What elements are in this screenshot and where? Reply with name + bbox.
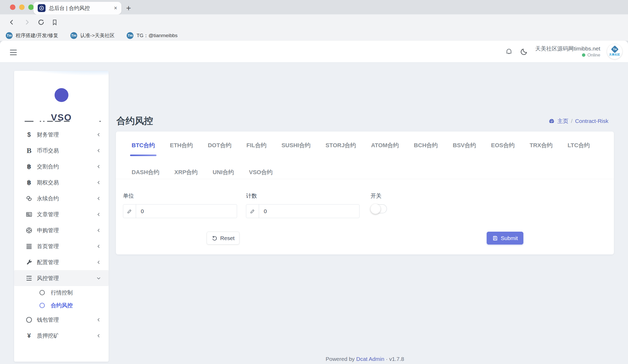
- newspaper-icon: [25, 211, 33, 218]
- reset-button[interactable]: Reset: [207, 232, 239, 244]
- avatar-caption: 天美社区: [609, 53, 620, 56]
- dark-mode-moon-icon[interactable]: [520, 47, 528, 56]
- circle-icon: [38, 303, 47, 308]
- sidebar-toggle-icon[interactable]: [10, 48, 17, 57]
- tab-close-icon[interactable]: ×: [114, 5, 117, 11]
- close-window-button[interactable]: [10, 4, 15, 10]
- sidebar-item-finance[interactable]: $ 财务管理: [14, 127, 109, 143]
- bitcoin-icon: ฿: [25, 163, 33, 170]
- tab-dash[interactable]: DASH合约: [132, 168, 159, 183]
- back-icon[interactable]: [8, 18, 16, 26]
- count-field: 计数: [246, 192, 360, 218]
- count-label: 计数: [246, 192, 360, 200]
- bookmark-item[interactable]: Tm 认准->天美社区: [70, 32, 115, 39]
- tab-fil[interactable]: FIL合约: [246, 141, 267, 156]
- sidebar-item-staking[interactable]: ¥ 质押挖矿: [14, 328, 109, 344]
- count-input[interactable]: [259, 204, 359, 218]
- submit-button[interactable]: Submit: [487, 232, 523, 244]
- admin-header: 天美社区源码网timibbs.net Online Tm 天美社区: [0, 41, 628, 62]
- sidebar-subitem-contract-risk[interactable]: 合约风控: [14, 299, 109, 312]
- sidebar-item-options-trade[interactable]: ฿ 期权交易: [14, 174, 109, 190]
- page-footer: Powered by Dcat Admin · v1.7.8: [116, 356, 614, 362]
- online-status-dot: [582, 53, 585, 57]
- online-status-label: Online: [587, 52, 600, 58]
- tab-title: 总后台 | 合约风控: [49, 5, 112, 12]
- unit-label: 单位: [123, 192, 237, 200]
- tab-btc[interactable]: BTC合约: [132, 141, 155, 156]
- dollar-icon: $: [25, 132, 33, 138]
- yen-icon: ¥: [25, 333, 33, 339]
- new-tab-button[interactable]: +: [126, 4, 131, 12]
- avatar-logo-icon: Tm: [611, 46, 619, 53]
- browser-tab[interactable]: 总后台 | 合约风控 ×: [33, 2, 121, 14]
- chevron-down-icon: [97, 276, 101, 280]
- tab-bsv[interactable]: BSV合约: [453, 141, 476, 156]
- dcat-admin-link[interactable]: Dcat Admin: [356, 356, 384, 362]
- user-info[interactable]: 天美社区源码网timibbs.net Online: [535, 45, 600, 58]
- card-divider: [116, 179, 614, 179]
- tab-dot[interactable]: DOT合约: [208, 141, 231, 156]
- tab-xrp[interactable]: XRP合约: [174, 168, 198, 183]
- switch-toggle[interactable]: [371, 204, 387, 213]
- bookmarks-bar: Tm 程序搭建/开发/修复 Tm 认准->天美社区 Tm TG：@tianmei…: [0, 30, 628, 41]
- bookmark-favicon: Tm: [127, 32, 133, 39]
- tab-sushi[interactable]: SUSHI合约: [282, 141, 311, 156]
- sidebar-item-homepage[interactable]: 首页管理: [14, 238, 109, 254]
- version-label: v1.7.8: [389, 356, 404, 362]
- notifications-bell-icon[interactable]: [505, 47, 513, 56]
- breadcrumb-home-link[interactable]: 主页: [557, 117, 568, 125]
- chevron-left-icon: [97, 318, 101, 322]
- sidebar-item-risk-management[interactable]: 风控管理: [14, 270, 109, 286]
- tab-trx[interactable]: TRX合约: [530, 141, 553, 156]
- sidebar-item-config[interactable]: 配置管理: [14, 254, 109, 270]
- tab-uni[interactable]: UNI合约: [213, 168, 234, 183]
- sidebar-item-delivery-contract[interactable]: ฿ 交割合约: [14, 158, 109, 174]
- stream-list-icon: [25, 275, 33, 282]
- forward-icon[interactable]: [23, 18, 31, 26]
- unit-input[interactable]: [136, 204, 237, 218]
- list-lines-icon: [25, 243, 33, 250]
- sidebar-item-perpetual-contract[interactable]: 永续合约: [14, 190, 109, 206]
- sidebar-item-subscription[interactable]: 申购管理: [14, 222, 109, 238]
- chevron-left-icon: [97, 196, 101, 201]
- tab-favicon-icon: [38, 4, 46, 12]
- unit-field: 单位: [123, 192, 237, 218]
- tab-atom[interactable]: ATOM合约: [371, 141, 399, 156]
- bookmark-item[interactable]: Tm TG：@tianmeibbs: [127, 32, 178, 39]
- minimize-window-button[interactable]: [19, 4, 25, 10]
- sidebar-item-articles[interactable]: 文章管理: [14, 206, 109, 222]
- chain-link-icon: [25, 195, 33, 202]
- switch-field: 开关: [371, 192, 387, 213]
- tab-vso[interactable]: VSO合约: [249, 168, 272, 183]
- bookmark-favicon: Tm: [6, 32, 13, 39]
- tab-ltc[interactable]: LTC合约: [568, 141, 590, 156]
- chevron-left-icon: [97, 244, 101, 248]
- dashboard-gauge-icon: [548, 118, 555, 124]
- bookmark-item[interactable]: Tm 程序搭建/开发/修复: [6, 32, 58, 39]
- sidebar-subitem-market-control[interactable]: 行情控制: [14, 286, 109, 299]
- contract-tabs: BTC合约 ETH合约 DOT合约 FIL合约 SUSHI合约 STORJ合约 …: [132, 141, 598, 183]
- maximize-window-button[interactable]: [28, 4, 34, 10]
- sidebar-menu: $ 财务管理 B 币币交易 ฿ 交割合约 ฿ 期权交易 永续合: [14, 118, 109, 344]
- pencil-icon: [246, 204, 259, 218]
- tab-bch[interactable]: BCH合约: [414, 141, 438, 156]
- tab-eos[interactable]: EOS合约: [491, 141, 515, 156]
- tab-storj[interactable]: STORJ合约: [326, 141, 356, 156]
- switch-knob[interactable]: [371, 204, 380, 214]
- reload-icon[interactable]: [37, 18, 45, 26]
- vso-logo-icon: [54, 88, 68, 102]
- lifebuoy-icon: [25, 227, 33, 234]
- window-controls[interactable]: [10, 4, 34, 10]
- circle-icon: [38, 290, 47, 295]
- bitcoin-icon: ฿: [25, 179, 33, 186]
- chevron-left-icon: [97, 164, 101, 169]
- site-name: 天美社区源码网timibbs.net: [535, 45, 600, 52]
- avatar[interactable]: Tm 天美社区: [607, 44, 622, 59]
- sidebar-item-coin-trade[interactable]: B 币币交易: [14, 143, 109, 158]
- bookmark-icon[interactable]: [51, 19, 58, 26]
- admin-page: 天美社区源码网timibbs.net Online Tm 天美社区 VSO $ …: [0, 41, 628, 364]
- sidebar-item-clipped[interactable]: [14, 118, 109, 127]
- breadcrumb-current[interactable]: Contract-Risk: [575, 118, 608, 124]
- tab-eth[interactable]: ETH合约: [170, 141, 193, 156]
- sidebar-item-wallet[interactable]: 钱包管理: [14, 312, 109, 328]
